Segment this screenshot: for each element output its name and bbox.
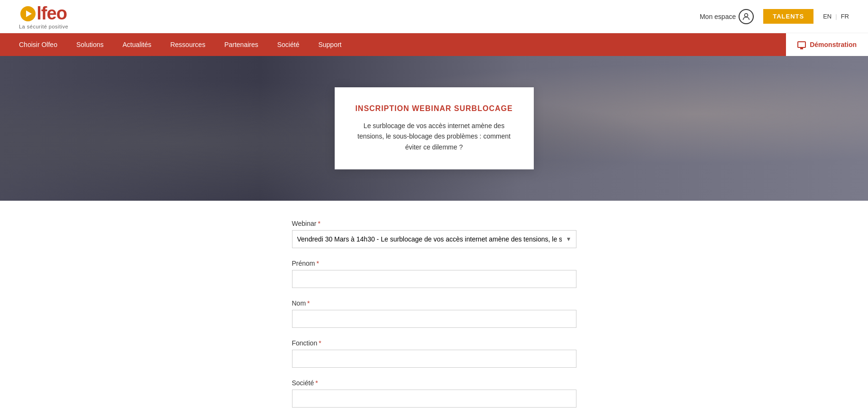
talents-button[interactable]: TALENTS — [763, 9, 813, 24]
monitor-icon — [797, 41, 806, 48]
nav-item-support[interactable]: Support — [318, 41, 341, 48]
language-switcher: EN | FR — [823, 13, 849, 20]
site-header: lfeo La sécurité positive Mon espace TAL… — [0, 0, 868, 33]
prenom-required: * — [317, 260, 319, 267]
registration-form-section: Webinar* Vendredi 30 Mars à 14h30 - Le s… — [283, 201, 586, 409]
fonction-label: Fonction* — [292, 339, 576, 347]
logo[interactable]: lfeo La sécurité positive — [19, 3, 68, 29]
logo-tagline: La sécurité positive — [19, 24, 68, 29]
webinar-field-group: Webinar* Vendredi 30 Mars à 14h30 - Le s… — [292, 220, 576, 248]
fonction-required: * — [319, 339, 321, 347]
prenom-input[interactable] — [292, 270, 576, 288]
fonction-input[interactable] — [292, 350, 576, 368]
nav-item-ressources[interactable]: Ressources — [170, 41, 205, 48]
mon-espace-label: Mon espace — [700, 13, 736, 20]
lang-en[interactable]: EN — [823, 13, 831, 20]
webinar-label: Webinar* — [292, 220, 576, 227]
logo-name: lfeo — [37, 3, 67, 24]
hero-card-text: Le surblocage de vos accès internet amèn… — [354, 121, 515, 152]
webinar-select-wrapper: Vendredi 30 Mars à 14h30 - Le surblocage… — [292, 230, 576, 248]
societe-field-group: Société* — [292, 379, 576, 408]
hero-section: INSCRIPTION WEBINAR SURBLOCAGE Le surblo… — [0, 56, 868, 201]
hero-card: INSCRIPTION WEBINAR SURBLOCAGE Le surblo… — [335, 87, 534, 169]
svg-point-0 — [745, 13, 748, 17]
societe-input[interactable] — [292, 390, 576, 408]
webinar-select[interactable]: Vendredi 30 Mars à 14h30 - Le surblocage… — [292, 230, 576, 248]
main-nav: Choisir Olfeo Solutions Actualités Resso… — [0, 33, 868, 56]
mon-espace-button[interactable]: Mon espace — [700, 9, 754, 24]
nom-label: Nom* — [292, 299, 576, 307]
nav-items: Choisir Olfeo Solutions Actualités Resso… — [0, 41, 786, 48]
nav-item-choisir[interactable]: Choisir Olfeo — [19, 41, 57, 48]
lang-fr[interactable]: FR — [841, 13, 849, 20]
societe-required: * — [315, 379, 318, 387]
nom-required: * — [307, 299, 310, 307]
webinar-required: * — [318, 220, 320, 227]
nav-item-societe[interactable]: Société — [277, 41, 300, 48]
demo-button[interactable]: Démonstration — [786, 33, 868, 56]
logo-play-icon — [20, 6, 36, 21]
lang-separator: | — [835, 13, 837, 20]
nav-item-partenaires[interactable]: Partenaires — [224, 41, 258, 48]
logo-text: lfeo — [20, 3, 67, 24]
hero-card-title: INSCRIPTION WEBINAR SURBLOCAGE — [354, 104, 515, 113]
header-right: Mon espace TALENTS EN | FR — [700, 9, 849, 24]
nom-field-group: Nom* — [292, 299, 576, 328]
nom-input[interactable] — [292, 310, 576, 328]
user-icon — [739, 9, 754, 24]
nav-item-solutions[interactable]: Solutions — [76, 41, 104, 48]
demo-label: Démonstration — [810, 41, 857, 48]
nav-item-actualites[interactable]: Actualités — [123, 41, 152, 48]
prenom-label: Prénom* — [292, 260, 576, 267]
societe-label: Société* — [292, 379, 576, 387]
prenom-field-group: Prénom* — [292, 260, 576, 288]
fonction-field-group: Fonction* — [292, 339, 576, 368]
